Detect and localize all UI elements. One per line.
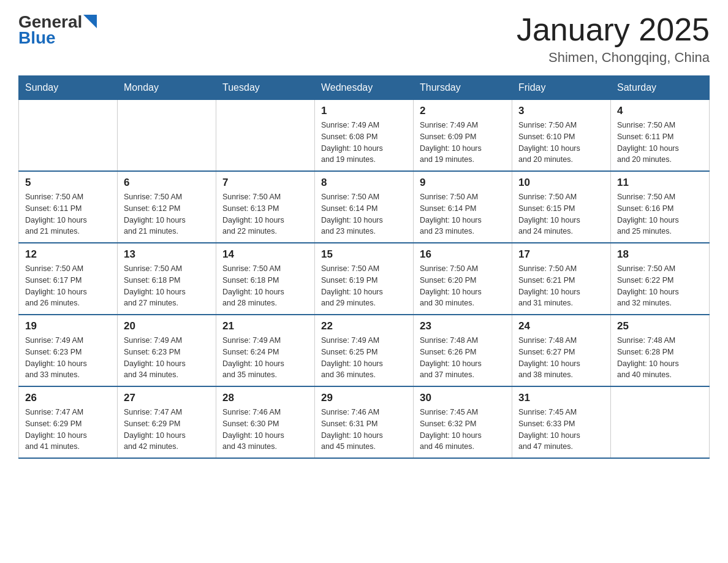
day-number: 20	[124, 320, 210, 332]
day-info: Sunrise: 7:49 AM Sunset: 6:23 PM Dayligh…	[124, 335, 210, 381]
day-info: Sunrise: 7:50 AM Sunset: 6:12 PM Dayligh…	[124, 191, 210, 237]
svg-marker-0	[83, 15, 97, 28]
day-number: 13	[124, 248, 210, 261]
day-number: 26	[25, 392, 111, 404]
day-info: Sunrise: 7:48 AM Sunset: 6:27 PM Dayligh…	[518, 335, 604, 381]
week-row-5: 26Sunrise: 7:47 AM Sunset: 6:29 PM Dayli…	[19, 386, 710, 458]
calendar-cell: 19Sunrise: 7:49 AM Sunset: 6:23 PM Dayli…	[19, 315, 118, 386]
day-info: Sunrise: 7:50 AM Sunset: 6:20 PM Dayligh…	[420, 263, 506, 309]
page-header: General Blue January 2025 Shimen, Chongq…	[18, 12, 710, 66]
day-info: Sunrise: 7:49 AM Sunset: 6:09 PM Dayligh…	[420, 120, 506, 166]
day-info: Sunrise: 7:50 AM Sunset: 6:21 PM Dayligh…	[518, 263, 604, 309]
day-info: Sunrise: 7:50 AM Sunset: 6:18 PM Dayligh…	[124, 263, 210, 309]
calendar-cell: 20Sunrise: 7:49 AM Sunset: 6:23 PM Dayli…	[118, 315, 216, 386]
week-row-3: 12Sunrise: 7:50 AM Sunset: 6:17 PM Dayli…	[19, 243, 710, 315]
month-title: January 2025	[517, 12, 710, 47]
day-info: Sunrise: 7:50 AM Sunset: 6:11 PM Dayligh…	[25, 191, 111, 237]
day-info: Sunrise: 7:50 AM Sunset: 6:15 PM Dayligh…	[518, 191, 604, 237]
day-number: 17	[518, 248, 604, 261]
calendar-cell: 30Sunrise: 7:45 AM Sunset: 6:32 PM Dayli…	[414, 386, 512, 458]
location-title: Shimen, Chongqing, China	[517, 50, 710, 66]
week-row-2: 5Sunrise: 7:50 AM Sunset: 6:11 PM Daylig…	[19, 171, 710, 243]
calendar-cell: 13Sunrise: 7:50 AM Sunset: 6:18 PM Dayli…	[118, 243, 216, 315]
day-number: 7	[222, 177, 308, 189]
day-info: Sunrise: 7:45 AM Sunset: 6:32 PM Dayligh…	[420, 407, 506, 453]
day-number: 25	[617, 320, 703, 332]
day-info: Sunrise: 7:47 AM Sunset: 6:29 PM Dayligh…	[124, 407, 210, 453]
calendar-cell: 1Sunrise: 7:49 AM Sunset: 6:08 PM Daylig…	[315, 100, 414, 172]
day-info: Sunrise: 7:46 AM Sunset: 6:30 PM Dayligh…	[222, 407, 308, 453]
calendar-cell: 10Sunrise: 7:50 AM Sunset: 6:15 PM Dayli…	[512, 171, 611, 243]
day-number: 18	[617, 248, 703, 261]
calendar-cell: 5Sunrise: 7:50 AM Sunset: 6:11 PM Daylig…	[19, 171, 118, 243]
day-info: Sunrise: 7:50 AM Sunset: 6:19 PM Dayligh…	[321, 263, 407, 309]
day-number: 8	[321, 177, 407, 189]
day-info: Sunrise: 7:48 AM Sunset: 6:26 PM Dayligh…	[420, 335, 506, 381]
calendar-table: SundayMondayTuesdayWednesdayThursdayFrid…	[18, 75, 710, 459]
calendar-cell: 9Sunrise: 7:50 AM Sunset: 6:14 PM Daylig…	[414, 171, 512, 243]
day-number: 1	[321, 105, 407, 117]
day-number: 14	[222, 248, 308, 261]
day-header-thursday: Thursday	[414, 76, 512, 100]
day-number: 4	[617, 105, 703, 117]
logo: General Blue	[18, 12, 97, 48]
logo-triangle-icon	[83, 15, 97, 28]
week-row-4: 19Sunrise: 7:49 AM Sunset: 6:23 PM Dayli…	[19, 315, 710, 386]
day-number: 2	[420, 105, 506, 117]
calendar-cell: 16Sunrise: 7:50 AM Sunset: 6:20 PM Dayli…	[414, 243, 512, 315]
day-number: 5	[25, 177, 111, 189]
calendar-cell: 3Sunrise: 7:50 AM Sunset: 6:10 PM Daylig…	[512, 100, 611, 172]
day-info: Sunrise: 7:49 AM Sunset: 6:08 PM Dayligh…	[321, 120, 407, 166]
days-header-row: SundayMondayTuesdayWednesdayThursdayFrid…	[19, 76, 710, 100]
day-info: Sunrise: 7:48 AM Sunset: 6:28 PM Dayligh…	[617, 335, 703, 381]
day-info: Sunrise: 7:47 AM Sunset: 6:29 PM Dayligh…	[25, 407, 111, 453]
day-number: 19	[25, 320, 111, 332]
day-number: 21	[222, 320, 308, 332]
calendar-cell: 31Sunrise: 7:45 AM Sunset: 6:33 PM Dayli…	[512, 386, 611, 458]
day-number: 23	[420, 320, 506, 332]
calendar-body: 1Sunrise: 7:49 AM Sunset: 6:08 PM Daylig…	[19, 100, 710, 459]
day-header-sunday: Sunday	[19, 76, 118, 100]
day-info: Sunrise: 7:46 AM Sunset: 6:31 PM Dayligh…	[321, 407, 407, 453]
calendar-cell: 12Sunrise: 7:50 AM Sunset: 6:17 PM Dayli…	[19, 243, 118, 315]
day-info: Sunrise: 7:50 AM Sunset: 6:18 PM Dayligh…	[222, 263, 308, 309]
calendar-cell: 17Sunrise: 7:50 AM Sunset: 6:21 PM Dayli…	[512, 243, 611, 315]
calendar-cell: 15Sunrise: 7:50 AM Sunset: 6:19 PM Dayli…	[315, 243, 414, 315]
calendar-cell	[118, 100, 216, 172]
day-number: 3	[518, 105, 604, 117]
calendar-cell	[611, 386, 710, 458]
day-number: 6	[124, 177, 210, 189]
day-info: Sunrise: 7:50 AM Sunset: 6:10 PM Dayligh…	[518, 120, 604, 166]
day-number: 16	[420, 248, 506, 261]
day-header-tuesday: Tuesday	[216, 76, 315, 100]
calendar-cell: 14Sunrise: 7:50 AM Sunset: 6:18 PM Dayli…	[216, 243, 315, 315]
day-info: Sunrise: 7:50 AM Sunset: 6:11 PM Dayligh…	[617, 120, 703, 166]
week-row-1: 1Sunrise: 7:49 AM Sunset: 6:08 PM Daylig…	[19, 100, 710, 172]
day-number: 29	[321, 392, 407, 404]
calendar-cell: 25Sunrise: 7:48 AM Sunset: 6:28 PM Dayli…	[611, 315, 710, 386]
day-number: 31	[518, 392, 604, 404]
calendar-cell: 2Sunrise: 7:49 AM Sunset: 6:09 PM Daylig…	[414, 100, 512, 172]
calendar-cell	[19, 100, 118, 172]
calendar-cell: 7Sunrise: 7:50 AM Sunset: 6:13 PM Daylig…	[216, 171, 315, 243]
calendar-cell: 21Sunrise: 7:49 AM Sunset: 6:24 PM Dayli…	[216, 315, 315, 386]
day-info: Sunrise: 7:49 AM Sunset: 6:23 PM Dayligh…	[25, 335, 111, 381]
calendar-cell	[216, 100, 315, 172]
day-info: Sunrise: 7:50 AM Sunset: 6:14 PM Dayligh…	[420, 191, 506, 237]
calendar-cell: 29Sunrise: 7:46 AM Sunset: 6:31 PM Dayli…	[315, 386, 414, 458]
calendar-cell: 28Sunrise: 7:46 AM Sunset: 6:30 PM Dayli…	[216, 386, 315, 458]
day-number: 30	[420, 392, 506, 404]
calendar-cell: 26Sunrise: 7:47 AM Sunset: 6:29 PM Dayli…	[19, 386, 118, 458]
logo-blue: Blue	[18, 28, 56, 48]
day-info: Sunrise: 7:50 AM Sunset: 6:17 PM Dayligh…	[25, 263, 111, 309]
day-header-wednesday: Wednesday	[315, 76, 414, 100]
day-number: 28	[222, 392, 308, 404]
day-header-monday: Monday	[118, 76, 216, 100]
calendar-cell: 8Sunrise: 7:50 AM Sunset: 6:14 PM Daylig…	[315, 171, 414, 243]
calendar-cell: 4Sunrise: 7:50 AM Sunset: 6:11 PM Daylig…	[611, 100, 710, 172]
calendar-cell: 6Sunrise: 7:50 AM Sunset: 6:12 PM Daylig…	[118, 171, 216, 243]
calendar-cell: 11Sunrise: 7:50 AM Sunset: 6:16 PM Dayli…	[611, 171, 710, 243]
day-number: 12	[25, 248, 111, 261]
calendar-cell: 27Sunrise: 7:47 AM Sunset: 6:29 PM Dayli…	[118, 386, 216, 458]
day-info: Sunrise: 7:49 AM Sunset: 6:24 PM Dayligh…	[222, 335, 308, 381]
